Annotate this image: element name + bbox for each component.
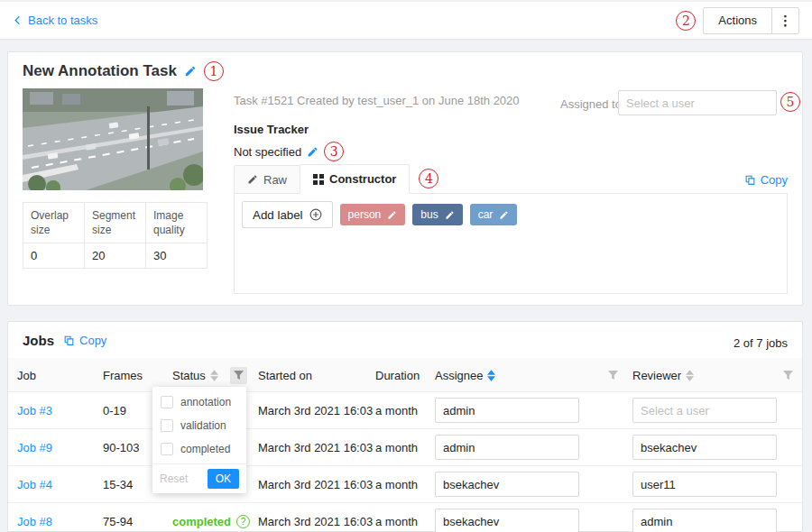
issue-tracker-label: Issue Tracker (234, 123, 309, 136)
filter-ok-button[interactable]: OK (208, 469, 239, 489)
top-bar: Back to tasks 2 Actions ⋮ (0, 2, 812, 40)
reviewer-input[interactable] (632, 435, 777, 460)
filter-option-completed-label: completed (180, 443, 230, 455)
task-title: New Annotation Task (23, 62, 177, 80)
edit-label-person-icon[interactable] (387, 210, 397, 220)
duration-value: a month (375, 441, 435, 454)
assignee-input[interactable] (435, 472, 579, 497)
status-sort-control[interactable] (210, 370, 218, 381)
label-tag-person[interactable]: person (340, 204, 406, 225)
duration-value: a month (375, 478, 435, 491)
job-link-3[interactable]: Job #3 (17, 404, 52, 417)
column-header-duration: Duration (375, 369, 420, 382)
label-tag-person-name: person (348, 208, 382, 221)
label-tag-car-name: car (478, 208, 494, 221)
chevron-left-icon (13, 14, 23, 26)
filter-option-validation[interactable]: validation (152, 414, 246, 437)
reviewer-input[interactable] (632, 472, 777, 497)
column-header-status: Status (172, 369, 206, 382)
reviewer-input[interactable] (632, 509, 777, 532)
column-header-assignee: Assignee (435, 369, 483, 382)
status-filter-icon[interactable] (230, 367, 247, 384)
label-tag-bus-name: bus (420, 208, 438, 221)
filter-option-annotation[interactable]: annotation (152, 390, 246, 414)
reviewer-filter-icon[interactable] (780, 367, 797, 384)
assignee-input[interactable] (435, 435, 579, 460)
jobs-count: 2 of 7 jobs (734, 336, 788, 350)
assigned-to-label: Assigned to (560, 97, 622, 111)
column-header-job: Job (17, 369, 36, 382)
add-label-button[interactable]: Add label (242, 201, 333, 228)
task-details-card: New Annotation Task 1 (7, 51, 803, 306)
jobs-table-header: Job Frames Status Started on Duration As… (8, 358, 802, 392)
more-options-icon[interactable]: ⋮ (771, 8, 798, 33)
table-row: Job #8 75-94 completed ? March 3rd 2021 … (8, 503, 802, 532)
copy-labels-link[interactable]: Copy (744, 173, 788, 187)
param-header-segment: Segment size (85, 203, 146, 243)
copy-icon (744, 174, 756, 186)
column-header-reviewer: Reviewer (632, 369, 681, 382)
assignee-input[interactable] (435, 398, 579, 423)
add-label-button-label: Add label (253, 208, 303, 222)
tab-constructor[interactable]: Constructor (300, 164, 410, 194)
copy-jobs-label: Copy (79, 334, 106, 347)
param-header-overlap: Overlap size (23, 203, 85, 243)
back-to-tasks-link[interactable]: Back to tasks (13, 14, 97, 27)
tab-raw[interactable]: Raw (234, 165, 300, 194)
assignee-sort-control[interactable] (487, 370, 495, 381)
table-row: Job #9 90-103 March 3rd 2021 16:03 a mon… (8, 429, 802, 466)
job-link-4[interactable]: Job #4 (17, 478, 52, 491)
edit-label-car-icon[interactable] (499, 210, 509, 220)
filter-option-validation-label: validation (180, 419, 226, 432)
labels-constructor-area: Add label person bus car (234, 193, 788, 294)
annotation-circle-2: 2 (676, 11, 696, 31)
column-header-started-on: Started on (258, 369, 312, 382)
issue-tracker-value: Not specified (234, 145, 301, 159)
annotation-circle-4: 4 (419, 169, 438, 188)
started-on-value: March 3rd 2021 16:03 (258, 404, 375, 417)
jobs-title: Jobs (23, 333, 54, 348)
edit-label-bus-icon[interactable] (445, 210, 455, 220)
question-circle-icon[interactable]: ? (236, 515, 250, 528)
column-header-frames: Frames (103, 369, 143, 382)
started-on-value: March 3rd 2021 16:03 (258, 478, 375, 491)
actions-label: Actions (718, 14, 757, 27)
edit-task-name-icon[interactable] (184, 65, 197, 78)
task-meta-text: Task #1521 Created by test_user_1 on Jun… (234, 94, 520, 107)
actions-button-group: Actions ⋮ (703, 7, 799, 34)
checkbox-validation[interactable] (161, 419, 173, 432)
annotation-circle-1: 1 (204, 61, 224, 81)
annotation-circle-5: 5 (780, 92, 800, 112)
tab-raw-label: Raw (263, 173, 287, 187)
param-value-overlap: 0 (23, 243, 85, 269)
checkbox-completed[interactable] (161, 443, 173, 455)
edit-issue-tracker-icon[interactable] (307, 146, 318, 158)
label-tag-bus[interactable]: bus (412, 204, 462, 225)
tab-constructor-label: Constructor (329, 172, 396, 186)
actions-button[interactable]: Actions (704, 8, 771, 33)
task-parameters-table: Overlap size Segment size Image quality … (23, 202, 208, 269)
copy-jobs-link[interactable]: Copy (63, 334, 106, 347)
constructor-icon (313, 174, 324, 185)
duration-value: a month (375, 404, 435, 417)
jobs-card: Jobs Copy 2 of 7 jobs Job Frames Status … (7, 321, 803, 532)
reviewer-input[interactable] (632, 398, 777, 423)
task-preview-image (23, 88, 203, 190)
filter-option-completed[interactable]: completed (152, 437, 246, 461)
labels-tab-bar: Raw Constructor 4 Copy (234, 164, 788, 194)
frames-value: 75-94 (103, 515, 172, 528)
plus-circle-icon (309, 208, 322, 221)
assigned-to-input[interactable] (618, 90, 777, 115)
table-row: Job #3 0-19 March 3rd 2021 16:03 a month (8, 392, 802, 429)
checkbox-annotation[interactable] (161, 396, 173, 408)
job-link-8[interactable]: Job #8 (17, 515, 52, 528)
label-tag-car[interactable]: car (470, 204, 518, 225)
filter-option-annotation-label: annotation (180, 396, 231, 408)
job-link-9[interactable]: Job #9 (17, 441, 52, 454)
assignee-input[interactable] (435, 509, 579, 532)
annotation-circle-3: 3 (324, 142, 344, 161)
filter-reset-button[interactable]: Reset (160, 472, 188, 485)
started-on-value: March 3rd 2021 16:03 (258, 441, 375, 454)
assignee-filter-icon[interactable] (604, 367, 622, 384)
reviewer-sort-control[interactable] (686, 370, 694, 381)
